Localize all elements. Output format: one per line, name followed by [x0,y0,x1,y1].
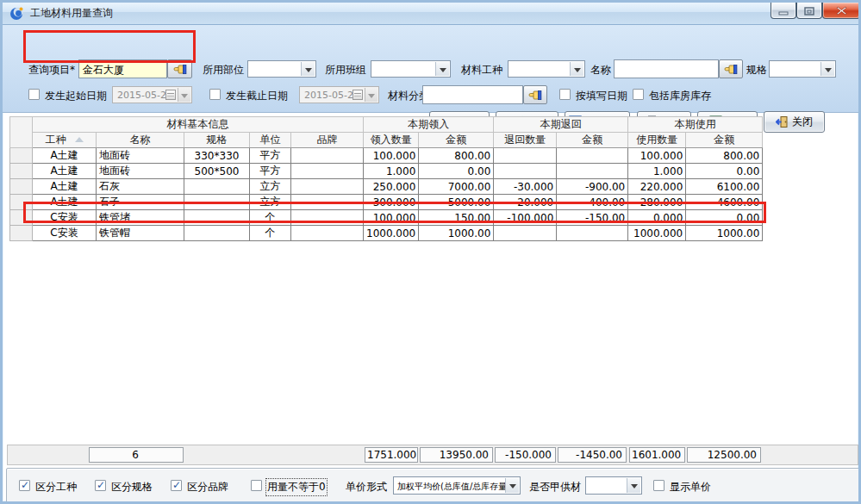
by-fill-date-checkbox[interactable] [559,89,571,100]
column-header-received-amount[interactable]: 金额 [419,133,494,148]
table-cell: 7000.00 [419,179,494,195]
project-picker-button[interactable] [167,59,192,78]
table-row[interactable]: C安装铁管帽个1000.0001000.001000.0001000.00 [10,226,763,241]
table-cell: 0.00 [686,164,763,179]
chevron-down-icon [301,62,315,76]
summary-received-amount: 13950.00 [420,447,493,463]
material-trade-select[interactable] [508,60,585,78]
table-cell: 1000.00 [419,226,494,241]
table-cell: 0.00 [419,164,494,179]
material-trade-label: 材料工种 [461,63,502,78]
summary-returned-amount: -1450.00 [558,447,627,463]
table-cell: 100.000 [628,148,686,164]
maximize-button[interactable] [796,3,822,19]
table-row[interactable]: A土建地面砖330*330平方100.000800.00100.000800.0… [10,148,763,164]
table-cell: 500*500 [184,164,250,179]
column-header-brand[interactable]: 品牌 [291,133,364,148]
table-cell: -30.000 [494,179,557,195]
table-cell [184,179,250,195]
column-header-name[interactable]: 名称 [97,133,184,148]
group-received: 本期领入 [364,117,494,133]
table-row[interactable]: A土建石子立方300.0005000.00-20.000-400.00280.0… [10,195,763,210]
table-cell: 立方 [250,195,291,210]
show-unit-price-label: 显示单价 [670,480,711,495]
column-header-used-qty[interactable]: 使用数量 [628,133,686,148]
summary-used-qty: 1601.000 [629,447,685,463]
team-select[interactable] [371,60,451,78]
table-cell: A土建 [33,179,97,195]
group-used: 本期使用 [628,117,763,133]
distinguish-brand-checkbox[interactable] [171,480,182,491]
column-header-returned-qty[interactable]: 退回数量 [494,133,557,148]
usage-nonzero-checkbox[interactable] [251,480,262,491]
table-cell: -100.000 [494,210,557,226]
chevron-down-icon [820,62,834,76]
column-header-unit[interactable]: 单位 [250,133,291,148]
row-indicator [10,210,33,226]
sort-ascending-icon [75,133,84,142]
table-cell [291,210,364,226]
table-cell: -150.00 [557,210,628,226]
column-header-returned-amount[interactable]: 金额 [557,133,628,148]
price-mode-select[interactable]: 加权平均价(总库值/总库存量) [393,476,521,495]
spec-select[interactable] [769,60,836,78]
table-group-header-row: 材料基本信息 本期领入 本期退回 本期使用 [10,117,763,133]
summary-bar: 6 1751.000 13950.00 -150.000 -1450.00 16… [7,445,858,465]
material-category-input[interactable] [422,85,523,104]
table-cell: -900.00 [557,179,628,195]
table-cell: 石灰 [97,179,184,195]
column-header-trade[interactable]: 工种 [33,133,97,148]
hand-pointer-icon [724,63,738,75]
column-header-used-amount[interactable]: 金额 [686,133,763,148]
department-select[interactable] [247,60,316,78]
end-date-checkbox[interactable] [209,89,221,100]
distinguish-trade-label: 区分工种 [35,480,77,495]
table-cell: 300.000 [364,195,419,210]
end-date-label: 发生截止日期 [226,89,288,103]
owner-supplied-select[interactable] [585,476,642,495]
table-header-row: 工种 名称 规格 单位 品牌 领入数量 金额 退回数量 金额 使用数量 金额 [10,133,763,148]
name-picker-button[interactable] [719,59,743,78]
table-cell: A土建 [33,164,97,179]
column-header-received-qty[interactable]: 领入数量 [364,133,419,148]
minimize-button[interactable] [771,3,796,19]
table-cell: -20.000 [494,195,557,210]
table-cell: 0.00 [686,210,763,226]
chevron-down-icon [435,62,449,76]
table-row[interactable]: C安装铁管堵个100.000150.00-100.000-150.000.000… [10,210,763,226]
end-date-field[interactable]: 2015-05-27 [299,86,379,103]
table-cell: 1000.000 [628,226,686,241]
table-row[interactable]: A土建石灰立方250.0007000.00-30.000-900.00220.0… [10,179,763,195]
start-date-checkbox[interactable] [28,89,40,100]
table-cell: 地面砖 [97,148,184,164]
name-input[interactable] [614,59,719,78]
table-cell: C安装 [33,210,97,226]
table-cell: 5000.00 [419,195,494,210]
close-window-button[interactable]: 关闭 [764,111,825,133]
close-button[interactable] [822,3,860,19]
distinguish-trade-checkbox[interactable] [19,480,30,491]
include-warehouse-checkbox[interactable] [633,89,644,100]
distinguish-spec-label: 区分规格 [111,480,153,495]
show-unit-price-checkbox[interactable] [653,480,664,491]
project-label: 查询项目* [28,63,75,78]
material-usage-table: 材料基本信息 本期领入 本期退回 本期使用 工种 名称 规格 单位 品牌 领入数… [9,116,763,241]
table-cell [557,226,628,241]
table-cell [557,148,628,164]
project-input[interactable]: 金石大厦 [78,59,167,78]
table-cell [291,148,364,164]
table-cell: 铁管帽 [97,226,184,241]
close-window-button-label: 关闭 [792,115,813,129]
close-door-icon [776,115,789,128]
chevron-down-icon [627,478,640,493]
table-cell [291,179,364,195]
start-date-field[interactable]: 2015-05-27 [112,86,192,103]
table-cell: 1.000 [628,164,686,179]
table-row[interactable]: A土建地面砖500*500平方1.0000.001.0000.00 [10,164,763,179]
row-indicator [10,226,33,241]
material-category-picker-button[interactable] [523,85,547,104]
row-indicator [10,148,33,164]
table-cell: 地面砖 [97,164,184,179]
column-header-spec[interactable]: 规格 [184,133,250,148]
distinguish-spec-checkbox[interactable] [95,480,106,491]
